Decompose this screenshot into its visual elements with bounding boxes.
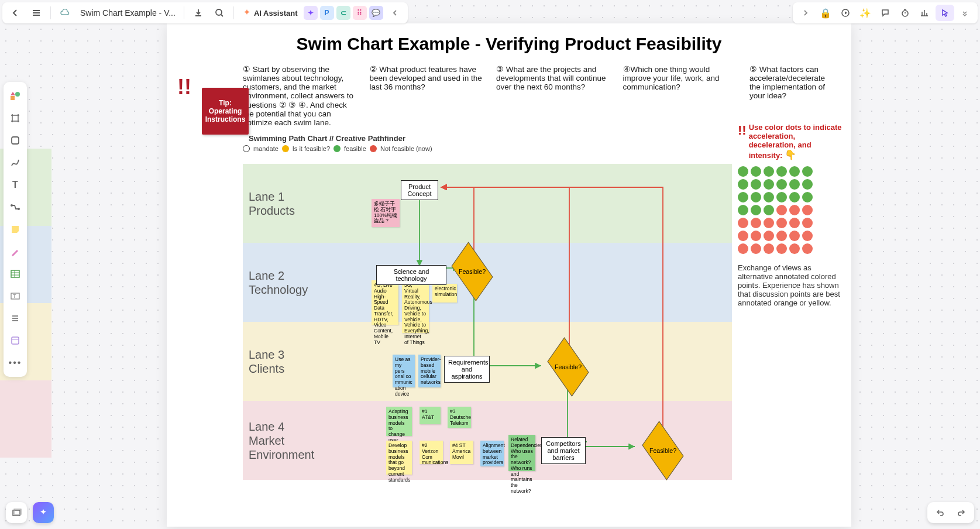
node-requirements[interactable]: Requirements and aspirations <box>444 356 490 383</box>
sticky-m-g1[interactable]: Adapting business models to change user … <box>386 407 412 436</box>
text-tool[interactable]: T <box>6 174 25 195</box>
svg-point-0 <box>216 9 222 15</box>
frame-tool[interactable] <box>6 108 25 129</box>
q3: ③ What are the projects and developments… <box>496 64 611 127</box>
connector-tool[interactable] <box>6 197 25 218</box>
pen-tool[interactable] <box>6 241 25 262</box>
cursor-icon[interactable] <box>936 5 954 21</box>
list-tool[interactable] <box>6 308 25 329</box>
legend-dot-feasibleq <box>282 145 289 152</box>
diamond-feasible-3[interactable]: Feasible? <box>642 421 683 480</box>
lane-label: Lane 1 Products <box>243 190 313 218</box>
tool-chip-c[interactable]: ⊂ <box>336 6 350 20</box>
left-sidebar: T T ••• <box>4 82 27 377</box>
color-dots-grid[interactable] <box>738 166 823 254</box>
chat-icon[interactable] <box>876 5 895 21</box>
back-button[interactable] <box>6 5 25 21</box>
shape-tool[interactable] <box>6 130 25 151</box>
lane-products: Lane 1 Products Product Concept 多端子干松 石对… <box>243 164 732 243</box>
chart-icon[interactable] <box>916 5 934 21</box>
lane-clients: Lane 3 Clients Use as my pers onal co mm… <box>243 322 732 401</box>
document-title[interactable]: Swim Chart Example - V... <box>80 8 176 18</box>
cloud-icon[interactable] <box>56 5 74 21</box>
svg-rect-5 <box>12 137 19 144</box>
card-tool[interactable] <box>6 330 25 351</box>
q4: ④Which one thing would improve your life… <box>623 64 738 127</box>
sticky-m-g4[interactable]: Related Dependencies Who uses the networ… <box>508 435 535 471</box>
node-science[interactable]: Science and technology <box>376 265 446 285</box>
sticky-m-g3[interactable]: #3 Deutsche Telekom <box>448 407 471 428</box>
questions-row: ① Start by observing the swimlanes about… <box>167 54 851 130</box>
lane-label: Lane 4 Market Environment <box>243 420 313 462</box>
curve-tool[interactable] <box>6 152 25 173</box>
table-tool[interactable] <box>6 263 25 284</box>
svg-rect-11 <box>12 337 19 344</box>
ai-fab-button[interactable] <box>33 502 54 523</box>
legend-dot-mandate <box>243 145 250 152</box>
more-tools[interactable]: ••• <box>6 352 25 373</box>
timer-icon[interactable] <box>896 5 914 21</box>
sticky-client-1[interactable]: Use as my pers onal co mmunic ation devi… <box>393 355 415 387</box>
lane-technology: Lane 2 Technology Science and technology… <box>243 243 732 322</box>
top-toolbar: Swim Chart Example - V... AI Assistant ✦… <box>2 2 408 23</box>
sticky-pink-1[interactable]: 多端子干松 石对于 100%纯镍 盗品？ <box>372 199 400 227</box>
ai-label: AI Assistant <box>254 9 298 18</box>
q1: ① Start by observing the swimlanes about… <box>243 64 358 127</box>
tool-chip-1[interactable]: ✦ <box>304 6 318 20</box>
node-product-concept[interactable]: Product Concept <box>401 180 438 200</box>
tool-chip-p[interactable]: P <box>320 6 334 20</box>
collapse-left-icon[interactable] <box>386 5 404 21</box>
exchange-text: Exchange of views as alternative annotat… <box>738 263 843 307</box>
sticky-tool[interactable] <box>6 219 25 240</box>
tool-chip-chat[interactable]: 💬 <box>369 6 383 20</box>
download-button[interactable] <box>189 5 208 21</box>
tool-chip-dots[interactable]: ⠿ <box>353 6 367 20</box>
color-dot-instruction: !! Use color dots to indicate accelerati… <box>738 123 843 160</box>
chevron-down-icon[interactable] <box>955 5 974 21</box>
search-button[interactable] <box>210 5 229 21</box>
sticky-tech-3[interactable]: electronic simulation <box>432 284 457 303</box>
page-title: Swim Chart Example - Verifying Product F… <box>167 34 851 54</box>
svg-point-7 <box>18 208 20 210</box>
q2: ② What product features have been develo… <box>370 64 485 127</box>
bang-icon: !! <box>177 75 191 99</box>
ai-icon <box>242 8 252 18</box>
svg-point-4 <box>15 92 20 97</box>
left-strip-pink <box>0 380 51 458</box>
top-toolbar-right: 🔒 ✨ <box>793 2 978 23</box>
sticky-tech-2[interactable]: 5G, Virtual Reality, Autonomous Driving,… <box>402 280 429 333</box>
expand-right-icon[interactable] <box>796 5 815 21</box>
redo-button[interactable] <box>952 504 971 521</box>
svg-text:T: T <box>13 293 16 299</box>
undo-button[interactable] <box>931 504 950 521</box>
sparkle-icon[interactable]: ✨ <box>856 5 875 21</box>
lane-market: Lane 4 Market Environment Adapting busin… <box>243 401 732 480</box>
tip-box[interactable]: Tip: Operating Instructions <box>202 88 249 135</box>
lock-icon[interactable]: 🔒 <box>816 5 835 21</box>
sticky-m-y2[interactable]: #2 Verizon Com munications <box>419 441 443 464</box>
legend-dot-notfeasible <box>370 145 377 152</box>
undo-redo-bar <box>927 502 974 523</box>
sticky-tech-1[interactable]: 4G, Live Audio High-Speed Data Transfer,… <box>372 280 398 325</box>
lane-label: Lane 3 Clients <box>243 348 313 376</box>
play-icon[interactable] <box>836 5 855 21</box>
sticky-client-2[interactable]: Provider-based mobile cellular networks <box>418 355 441 387</box>
legend-dot-feasible <box>333 145 341 152</box>
node-competitors[interactable]: Competitors and market barriers <box>541 437 586 464</box>
shapes-tool[interactable] <box>6 85 25 107</box>
menu-button[interactable] <box>27 5 46 21</box>
diamond-feasible-2[interactable]: Feasible? <box>547 337 589 396</box>
lane-label: Lane 2 Technology <box>243 269 313 297</box>
sticky-m-g2[interactable]: #1 AT&T <box>419 407 441 424</box>
swim-lanes: Lane 1 Products Product Concept 多端子干松 石对… <box>243 164 732 480</box>
document-page: Swim Chart Example - Verifying Product F… <box>167 23 851 527</box>
textbox-tool[interactable]: T <box>6 286 25 307</box>
svg-rect-8 <box>11 270 19 277</box>
layers-button[interactable] <box>6 502 27 523</box>
diamond-feasible-1[interactable]: Feasible? <box>451 242 493 301</box>
sticky-m-b1[interactable]: Alignment between market providers <box>480 441 504 466</box>
sticky-m-y1[interactable]: Develop business models that go beyond c… <box>386 441 412 475</box>
svg-point-6 <box>11 204 13 207</box>
ai-assistant-button[interactable]: AI Assistant <box>239 8 301 18</box>
sticky-m-y3[interactable]: #4 ST America Movil <box>450 441 473 464</box>
